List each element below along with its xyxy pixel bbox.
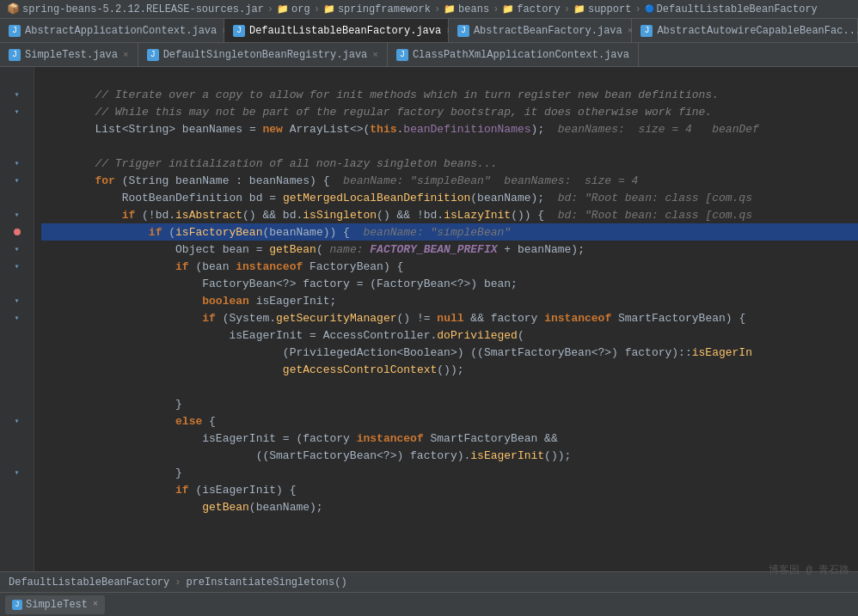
fold-icon-11[interactable]: ▾ <box>14 467 19 478</box>
tab-bar-row1: J AbstractApplicationContext.java × J De… <box>0 19 858 43</box>
code-line-6: // Trigger initialization of all non-laz… <box>41 155 858 172</box>
code-26-method: getBean <box>202 501 249 514</box>
breadcrumb-beans[interactable]: beans <box>444 3 489 15</box>
code-line-19 <box>41 378 858 395</box>
breadcrumb-org[interactable]: org <box>277 3 310 15</box>
code-9-4: () && bd. <box>242 209 303 222</box>
code-line-20: } <box>41 395 858 412</box>
fold-icon-4[interactable]: ▾ <box>14 175 19 186</box>
tab-abstract-app-context[interactable]: J AbstractApplicationContext.java × <box>0 19 224 42</box>
code-8-hint: bd: "Root bean: class [com.qs <box>558 192 752 204</box>
breadcrumb-sep-2: › <box>434 3 440 15</box>
code-11-method: getBean <box>269 243 316 256</box>
code-line-17: (PrivilegedAction<Boolean>) ((SmartFacto… <box>41 344 858 361</box>
code-editor[interactable]: // Iterate over a copy to allow for init… <box>34 67 858 571</box>
code-12-1 <box>41 260 175 273</box>
breadcrumb-sep-5: › <box>634 3 640 15</box>
code-9-m2: isSingleton <box>303 209 377 222</box>
fold-icon-2[interactable]: ▾ <box>14 107 19 117</box>
code-4-field: beanDefinitionNames <box>403 123 530 136</box>
bottom-tab-label: SimpleTest <box>26 599 88 611</box>
comment-3: work fine. <box>638 106 712 119</box>
tab-simple-test[interactable]: J SimpleTest.java × <box>0 43 138 66</box>
fold-icon-8[interactable]: ▾ <box>14 296 19 306</box>
bottom-breadcrumb-method[interactable]: preInstantiateSingletons() <box>186 576 346 589</box>
code-12-2: (bean <box>189 260 236 273</box>
code-20-1: } <box>41 398 182 411</box>
breadcrumb-class[interactable]: DefaultListableBeanFactory <box>645 3 818 15</box>
code-15-4: () != <box>397 312 438 325</box>
close-tab-5[interactable]: × <box>123 50 129 60</box>
tab-classpath-xml[interactable]: J ClassPathXmlApplicationContext.java <box>388 43 639 66</box>
code-12-instanceof: instanceof <box>236 260 303 273</box>
gutter-12 <box>0 275 34 292</box>
gutter-26 <box>0 515 34 533</box>
code-9-m3: isLazyInit <box>444 209 511 222</box>
fold-icon-5[interactable]: ▾ <box>14 210 19 220</box>
tab-label-3: AbstractBeanFactory.java <box>474 25 622 37</box>
tab-bar-row2: J SimpleTest.java × J DefaultSingletonBe… <box>0 43 858 67</box>
code-17-method: isEagerIn <box>692 346 752 359</box>
code-7-string: String <box>128 174 169 187</box>
bottom-tab-simple-test[interactable]: J SimpleTest × <box>5 595 105 614</box>
code-line-16: isEagerInit = AccessController.doPrivile… <box>41 326 858 344</box>
code-11-const: FACTORY_BEAN_PREFIX <box>370 243 497 256</box>
code-7-2: ( <box>115 174 129 187</box>
code-16-3: ( <box>518 329 524 342</box>
fold-icon-1[interactable]: ▾ <box>14 89 19 100</box>
code-7-hint: beanName: "simpleBean" beanNames: size =… <box>343 174 638 187</box>
bottom-tab-close[interactable]: × <box>93 600 98 609</box>
code-11-type: Object <box>175 243 216 256</box>
code-18-method: getAccessControlContext <box>283 363 437 376</box>
breadcrumb-springframework[interactable]: springframework <box>323 3 431 15</box>
code-line-14: boolean isEagerInit; <box>41 292 858 309</box>
code-line-23: ((SmartFactoryBean<?>) factory).isEagerI… <box>41 447 858 464</box>
gutter-6: ▾ <box>0 155 34 172</box>
breadcrumb-factory[interactable]: factory <box>502 3 560 15</box>
bottom-breadcrumb-class[interactable]: DefaultListableBeanFactory <box>9 576 169 589</box>
gutter-dot <box>0 223 34 241</box>
code-4-this: this <box>370 123 396 136</box>
code-11-1 <box>41 243 175 256</box>
fold-icon-7[interactable]: ▾ <box>14 261 19 271</box>
gutter-23: ▾ <box>0 464 34 481</box>
breadcrumb-support[interactable]: support <box>573 3 631 15</box>
code-15-1 <box>41 312 202 325</box>
comment-1: // Iterate over a copy to allow for init… <box>41 88 719 101</box>
code-line-10: if (isFactoryBean(beanName)) { beanName:… <box>41 223 858 241</box>
breadcrumb-jar: 📦 spring-beans-5.2.12.RELEASE-sources.ja… <box>7 3 264 15</box>
code-line-3: // While this may not be part of the reg… <box>41 103 858 120</box>
code-4-3: > beanNames = <box>169 123 262 136</box>
close-tab-6[interactable]: × <box>372 50 378 60</box>
tab-default-listable[interactable]: J DefaultListableBeanFactory.java × <box>224 19 449 42</box>
tab-label-4: AbstractAutowireCapableBeanFac... <box>657 25 858 37</box>
code-15-3: . <box>269 312 276 325</box>
code-14-2: isEagerInit; <box>249 295 336 308</box>
gutter-15 <box>0 326 34 344</box>
tab-abstract-bean-factory[interactable]: J AbstractBeanFactory.java × <box>449 19 632 42</box>
gutter-16 <box>0 344 34 361</box>
fold-icon-9[interactable]: ▾ <box>14 313 19 323</box>
tab-default-singleton[interactable]: J DefaultSingletonBeanRegistry.java × <box>138 43 388 66</box>
code-line-9: if (!bd.isAbstract() && bd.isSingleton()… <box>41 206 858 223</box>
fold-icon-10[interactable]: ▾ <box>14 416 19 426</box>
code-16-2: . <box>430 329 437 342</box>
code-25-1 <box>41 484 175 497</box>
code-23-method: isEagerInit <box>470 449 544 462</box>
code-21-else: else <box>175 415 202 428</box>
code-area: ▾ ▾ ▾ ▾ ▾ ▾ ▾ ▾ ▾ ▾ ▾ // Iterate over a <box>0 67 858 571</box>
java-icon-7: J <box>396 49 408 61</box>
code-10-hint: beanName: "simpleBean" <box>364 226 512 239</box>
fold-icon-6[interactable]: ▾ <box>14 244 19 254</box>
gutter-5 <box>0 137 34 155</box>
code-line-4: List<String> beanNames = new ArrayList<>… <box>41 120 858 137</box>
gutter-4 <box>0 120 34 137</box>
code-line-11: Object bean = getBean( name: FACTORY_BEA… <box>41 241 858 258</box>
tab-abstract-autowire[interactable]: J AbstractAutowireCapableBeanFac... <box>632 19 858 42</box>
code-9-5: () && !bd. <box>377 209 444 222</box>
comment-4: // Trigger initialization of all non-laz… <box>41 157 498 170</box>
fold-icon-3[interactable]: ▾ <box>14 158 19 168</box>
breakpoint-dot[interactable] <box>14 229 21 235</box>
tab-label-2: DefaultListableBeanFactory.java <box>249 25 441 37</box>
bottom-breadcrumb: DefaultListableBeanFactory › preInstanti… <box>0 571 858 592</box>
